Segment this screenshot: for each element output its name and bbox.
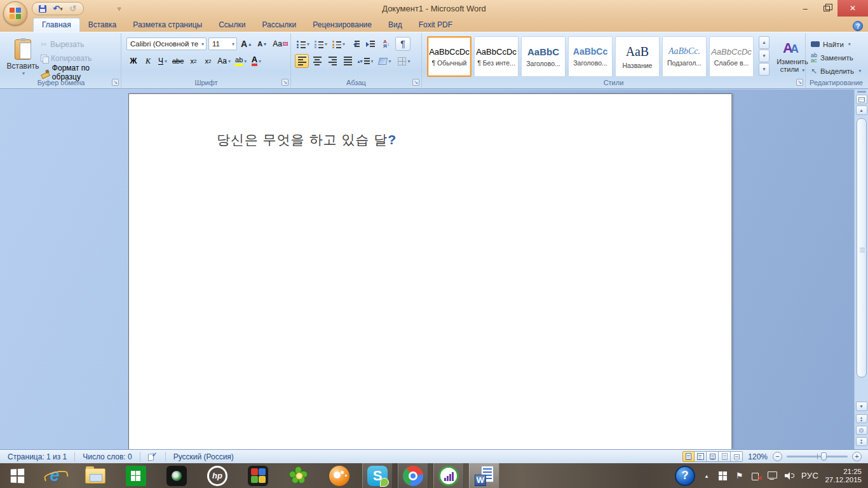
italic-button[interactable]: К xyxy=(141,54,155,68)
styles-dialog-launcher[interactable]: ↘ xyxy=(796,79,803,86)
taskbar-recorder-app[interactable] xyxy=(166,465,187,487)
office-button[interactable] xyxy=(3,1,27,25)
style-heading1[interactable]: AaBbC Заголово... xyxy=(521,36,566,77)
start-button[interactable] xyxy=(0,463,34,488)
tray-windows-icon[interactable] xyxy=(718,471,728,480)
spellcheck-status[interactable] xyxy=(140,452,166,462)
font-name-combobox[interactable]: Calibri (Основной те ▾ xyxy=(126,37,207,50)
style-normal[interactable]: AaBbCcDc ¶ Обычный xyxy=(427,36,471,77)
tray-clock[interactable]: 21:25 27.12.2015 xyxy=(825,468,862,484)
device-error-icon[interactable]: ✕ xyxy=(751,471,761,480)
scrollbar-thumb[interactable] xyxy=(857,118,867,377)
gallery-scroll-down-button[interactable]: ▾ xyxy=(759,50,770,62)
change-case-button[interactable]: Aa▾ xyxy=(215,54,233,68)
tab-view[interactable]: Вид xyxy=(380,18,410,32)
taskbar-file-explorer[interactable] xyxy=(85,465,106,487)
print-layout-view-button[interactable] xyxy=(682,451,695,462)
scroll-up-button[interactable]: ▴ xyxy=(856,105,867,115)
tray-language[interactable]: РУС xyxy=(801,471,819,480)
show-marks-button[interactable]: ¶ xyxy=(395,37,410,51)
zoom-in-button[interactable]: + xyxy=(852,452,862,461)
justify-button[interactable] xyxy=(341,54,355,68)
borders-button[interactable]: ▾ xyxy=(395,54,413,68)
paragraph-dialog-launcher[interactable]: ↘ xyxy=(412,79,419,86)
tray-help-app[interactable]: ? xyxy=(675,466,695,486)
taskbar-word-active[interactable]: W xyxy=(469,463,499,488)
help-button[interactable]: ? xyxy=(853,21,863,31)
ruler-toggle-button[interactable] xyxy=(856,95,867,104)
word-count[interactable]: Число слов: 0 xyxy=(75,452,140,462)
style-heading2[interactable]: AaBbCc Заголово... xyxy=(568,36,613,77)
numbering-button[interactable]: ▾ xyxy=(313,37,329,51)
multilevel-list-button[interactable]: ▾ xyxy=(330,37,347,51)
minimize-button[interactable]: – xyxy=(794,0,816,17)
style-subtitle[interactable]: AaBbCc. Подзагол... xyxy=(662,36,707,77)
page-indicator[interactable]: Страница: 1 из 1 xyxy=(0,452,75,462)
taskbar-icq[interactable] xyxy=(288,465,309,487)
taskbar-windows-store[interactable] xyxy=(125,465,147,487)
tab-insert[interactable]: Вставка xyxy=(80,18,125,32)
previous-page-button[interactable]: ▴▴ xyxy=(856,414,867,423)
taskbar-gom-player[interactable] xyxy=(329,465,350,487)
style-title[interactable]: АаВ Название xyxy=(615,36,660,77)
tab-references[interactable]: Ссылки xyxy=(210,18,254,32)
zoom-slider-track[interactable] xyxy=(787,456,848,458)
sort-button[interactable]: АЯ ↓ xyxy=(379,37,394,51)
style-no-spacing[interactable]: AaBbCcDc ¶ Без инте... xyxy=(474,36,519,77)
taskbar-internet-explorer[interactable]: e xyxy=(44,465,65,487)
draft-view-button[interactable] xyxy=(731,451,743,462)
close-button[interactable]: ✕ xyxy=(837,0,868,17)
zoom-out-button[interactable]: − xyxy=(773,452,782,461)
line-spacing-button[interactable]: ▴▾▾ xyxy=(356,54,375,68)
gallery-scroll-up-button[interactable]: ▴ xyxy=(759,36,770,49)
grow-font-button[interactable]: A▴ xyxy=(239,37,253,51)
action-center-flag-icon[interactable]: ⚑ xyxy=(735,471,745,480)
zoom-slider-thumb[interactable] xyxy=(821,452,827,461)
taskbar-skype-running[interactable]: S xyxy=(362,463,393,488)
taskbar-stats-app-running[interactable] xyxy=(433,463,464,488)
font-size-combobox[interactable]: 11 ▾ xyxy=(208,37,237,50)
fullscreen-reading-view-button[interactable] xyxy=(695,451,707,462)
network-icon[interactable] xyxy=(768,471,778,480)
select-button[interactable]: ↖ Выделить ▾ xyxy=(811,64,861,78)
tab-mailings[interactable]: Рассылки xyxy=(254,18,304,32)
document-text[interactable]: 당신은 무엇을 하고 있습 달? xyxy=(217,131,397,149)
zoom-level[interactable]: 120% xyxy=(748,452,768,461)
split-handle[interactable] xyxy=(857,91,866,93)
font-dialog-launcher[interactable]: ↘ xyxy=(281,79,288,86)
strikethrough-button[interactable]: abe xyxy=(170,54,186,68)
next-page-button[interactable]: ▾▾ xyxy=(856,437,867,446)
taskbar-chrome-running[interactable] xyxy=(398,463,428,488)
outline-view-button[interactable] xyxy=(719,451,731,462)
taskbar-puzzle-app[interactable] xyxy=(247,465,269,487)
shrink-font-button[interactable]: A▾ xyxy=(255,37,269,51)
replace-button[interactable]: abac Заменить xyxy=(811,51,861,64)
style-subtle-emphasis[interactable]: AaBbCcDc Слабое в... xyxy=(709,36,754,77)
browse-object-button[interactable] xyxy=(856,426,867,435)
clear-formatting-button[interactable]: Aa xyxy=(271,37,290,51)
scrollbar-track[interactable] xyxy=(857,116,867,401)
align-center-button[interactable] xyxy=(310,54,324,68)
bullets-button[interactable]: ▾ xyxy=(295,37,311,51)
align-left-button[interactable] xyxy=(295,54,309,68)
language-indicator[interactable]: Русский (Россия) xyxy=(166,452,241,462)
decrease-indent-button[interactable] xyxy=(348,37,362,51)
gallery-more-button[interactable]: ▾ xyxy=(759,63,770,76)
volume-icon[interactable] xyxy=(785,471,795,480)
bold-button[interactable]: Ж xyxy=(126,54,140,68)
shading-button[interactable]: ▾ xyxy=(376,54,394,68)
align-right-button[interactable] xyxy=(325,54,339,68)
scroll-down-button[interactable]: ▾ xyxy=(856,402,867,411)
find-button[interactable]: Найти ▾ xyxy=(811,37,861,51)
document-page[interactable]: 당신은 무엇을 하고 있습 달? xyxy=(128,93,732,449)
tab-page-layout[interactable]: Разметка страницы xyxy=(125,18,210,32)
superscript-button[interactable]: x2 xyxy=(201,54,215,68)
vertical-scrollbar[interactable]: ▴ ▾ ▴▴ ▾▾ xyxy=(854,90,868,449)
highlight-button[interactable]: ab▾ xyxy=(233,54,248,68)
taskbar-hp-app[interactable]: hp xyxy=(207,465,228,487)
tab-home[interactable]: Главная xyxy=(33,18,80,32)
clipboard-dialog-launcher[interactable]: ↘ xyxy=(112,79,119,86)
restore-button[interactable] xyxy=(816,0,837,17)
tab-review[interactable]: Рецензирование xyxy=(304,18,380,32)
format-painter-button[interactable]: Формат по образцу xyxy=(41,65,119,79)
